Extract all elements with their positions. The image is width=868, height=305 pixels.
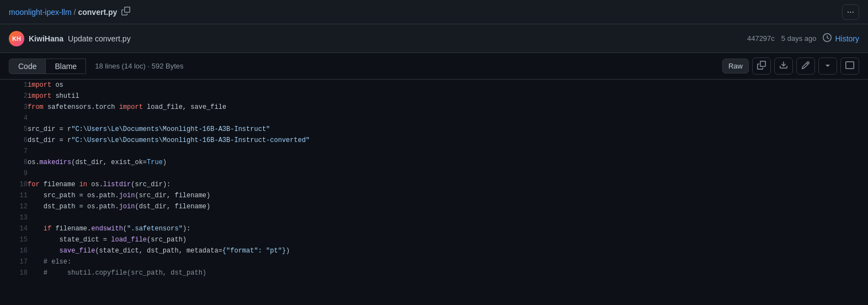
line-code: # else:	[28, 256, 868, 267]
line-code	[28, 212, 868, 223]
code-table: 1import os2import shutil3from safetensor…	[0, 80, 868, 278]
line-code: src_dir = r"C:\Users\Le\Documents\Moonli…	[28, 124, 868, 135]
edit-dropdown-button[interactable]	[818, 57, 837, 75]
table-row: 12 dst_path = os.path.join(dst_dir, file…	[0, 201, 868, 212]
line-number: 1	[0, 80, 28, 91]
download-button[interactable]	[774, 57, 793, 75]
line-code: from safetensors.torch import load_file,…	[28, 102, 868, 113]
file-toolbar: Code Blame 18 lines (14 loc) · 592 Bytes…	[0, 53, 868, 80]
line-number: 15	[0, 234, 28, 245]
line-number: 12	[0, 201, 28, 212]
code-tab[interactable]: Code	[9, 59, 45, 74]
line-code: import os	[28, 80, 868, 91]
avatar: KH	[9, 31, 24, 46]
line-code: os.makedirs(dst_dir, exist_ok=True)	[28, 157, 868, 168]
line-number: 14	[0, 223, 28, 234]
line-code: dst_path = os.path.join(dst_dir, filenam…	[28, 201, 868, 212]
table-row: 9	[0, 168, 868, 179]
line-number: 3	[0, 102, 28, 113]
file-meta: 18 lines (14 loc) · 592 Bytes	[95, 62, 183, 70]
table-row: 3from safetensors.torch import load_file…	[0, 102, 868, 113]
line-code: state_dict = load_file(src_path)	[28, 234, 868, 245]
blame-tab[interactable]: Blame	[45, 59, 86, 74]
line-number: 10	[0, 179, 28, 190]
table-row: 11 src_path = os.path.join(src_dir, file…	[0, 190, 868, 201]
commit-time: 5 days ago	[781, 34, 817, 43]
line-code: src_path = os.path.join(src_dir, filenam…	[28, 190, 868, 201]
commit-info-left: KH KiwiHana Update convert.py	[9, 31, 131, 46]
top-bar: moonlight-ipex-llm / convert.py ···	[0, 0, 868, 24]
line-number: 13	[0, 212, 28, 223]
file-toolbar-left: Code Blame 18 lines (14 loc) · 592 Bytes	[9, 59, 184, 74]
line-number: 2	[0, 91, 28, 102]
breadcrumb: moonlight-ipex-llm / convert.py	[9, 6, 132, 18]
copy-code-button[interactable]	[752, 57, 771, 75]
commit-author[interactable]: KiwiHana	[29, 34, 63, 43]
line-number: 16	[0, 245, 28, 256]
table-row: 15 state_dict = load_file(src_path)	[0, 234, 868, 245]
line-code: if filename.endswith(".safetensors"):	[28, 223, 868, 234]
line-number: 5	[0, 124, 28, 135]
history-button[interactable]: History	[823, 33, 859, 44]
line-code	[28, 168, 868, 179]
code-container: 1import os2import shutil3from safetensor…	[0, 80, 868, 278]
table-row: 2import shutil	[0, 91, 868, 102]
line-code: import shutil	[28, 91, 868, 102]
more-options-button[interactable]: ···	[842, 4, 859, 20]
breadcrumb-filename: convert.py	[78, 8, 117, 17]
table-row: 1import os	[0, 80, 868, 91]
line-code	[28, 113, 868, 124]
edit-button[interactable]	[796, 57, 815, 75]
table-row: 13	[0, 212, 868, 223]
table-row: 17 # else:	[0, 256, 868, 267]
table-row: 18 # shutil.copyfile(src_path, dst_path)	[0, 267, 868, 278]
raw-button[interactable]: Raw	[722, 59, 749, 73]
table-row: 7	[0, 146, 868, 157]
commit-info-right: 447297c 5 days ago History	[747, 33, 859, 44]
line-number: 7	[0, 146, 28, 157]
table-row: 4	[0, 113, 868, 124]
repo-link[interactable]: moonlight-ipex-llm	[9, 8, 72, 17]
history-label: History	[835, 34, 859, 43]
history-icon	[823, 33, 832, 44]
table-row: 16 save_file(state_dict, dst_path, metad…	[0, 245, 868, 256]
commit-hash[interactable]: 447297c	[747, 34, 775, 43]
table-row: 5src_dir = r"C:\Users\Le\Documents\Moonl…	[0, 124, 868, 135]
line-number: 17	[0, 256, 28, 267]
file-toolbar-right: Raw	[722, 57, 859, 75]
line-number: 8	[0, 157, 28, 168]
line-number: 6	[0, 135, 28, 146]
commit-message: Update convert.py	[68, 34, 131, 43]
table-row: 6dst_dir = r"C:\Users\Le\Documents\Moonl…	[0, 135, 868, 146]
line-code: for filename in os.listdir(src_dir):	[28, 179, 868, 190]
line-code: dst_dir = r"C:\Users\Le\Documents\Moonli…	[28, 135, 868, 146]
line-code: save_file(state_dict, dst_path, metadata…	[28, 245, 868, 256]
breadcrumb-separator: /	[74, 8, 76, 17]
line-code	[28, 146, 868, 157]
table-row: 10for filename in os.listdir(src_dir):	[0, 179, 868, 190]
line-code: # shutil.copyfile(src_path, dst_path)	[28, 267, 868, 278]
commit-bar: KH KiwiHana Update convert.py 447297c 5 …	[0, 24, 868, 53]
line-number: 9	[0, 168, 28, 179]
line-number: 11	[0, 190, 28, 201]
line-number: 4	[0, 113, 28, 124]
copy-path-button[interactable]	[119, 6, 132, 18]
expand-button[interactable]	[840, 57, 859, 75]
table-row: 8os.makedirs(dst_dir, exist_ok=True)	[0, 157, 868, 168]
line-number: 18	[0, 267, 28, 278]
table-row: 14 if filename.endswith(".safetensors"):	[0, 223, 868, 234]
